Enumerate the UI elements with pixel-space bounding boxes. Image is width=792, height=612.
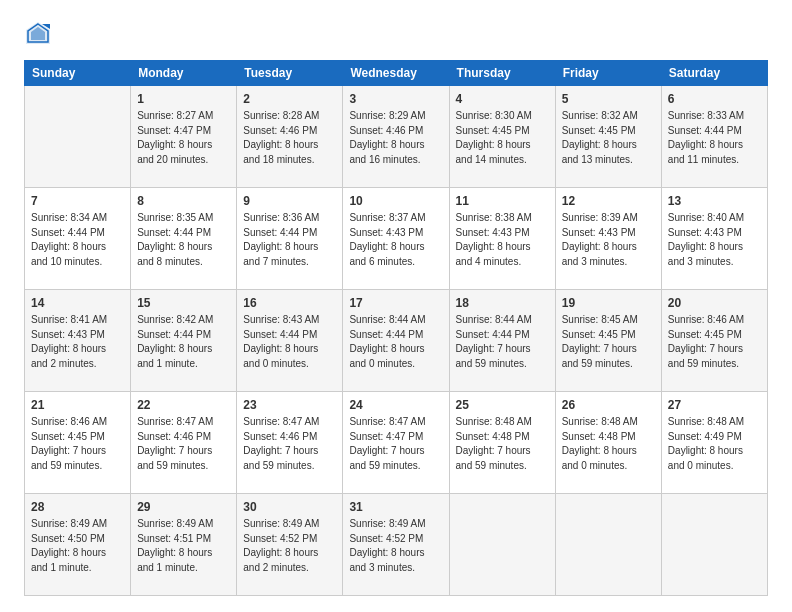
date-number: 31 (349, 498, 442, 516)
calendar-cell: 18Sunrise: 8:44 AM Sunset: 4:44 PM Dayli… (449, 290, 555, 392)
col-header-wednesday: Wednesday (343, 61, 449, 86)
calendar-cell (555, 494, 661, 596)
date-number: 5 (562, 90, 655, 108)
date-number: 25 (456, 396, 549, 414)
cell-daylight-info: Sunrise: 8:34 AM Sunset: 4:44 PM Dayligh… (31, 211, 124, 269)
calendar-cell: 13Sunrise: 8:40 AM Sunset: 4:43 PM Dayli… (661, 188, 767, 290)
cell-daylight-info: Sunrise: 8:49 AM Sunset: 4:52 PM Dayligh… (349, 517, 442, 575)
calendar-cell: 27Sunrise: 8:48 AM Sunset: 4:49 PM Dayli… (661, 392, 767, 494)
cell-daylight-info: Sunrise: 8:48 AM Sunset: 4:49 PM Dayligh… (668, 415, 761, 473)
date-number: 1 (137, 90, 230, 108)
calendar-cell: 26Sunrise: 8:48 AM Sunset: 4:48 PM Dayli… (555, 392, 661, 494)
col-header-friday: Friday (555, 61, 661, 86)
date-number: 20 (668, 294, 761, 312)
calendar-cell: 30Sunrise: 8:49 AM Sunset: 4:52 PM Dayli… (237, 494, 343, 596)
cell-daylight-info: Sunrise: 8:49 AM Sunset: 4:51 PM Dayligh… (137, 517, 230, 575)
week-row-4: 21Sunrise: 8:46 AM Sunset: 4:45 PM Dayli… (25, 392, 768, 494)
cell-daylight-info: Sunrise: 8:46 AM Sunset: 4:45 PM Dayligh… (31, 415, 124, 473)
calendar-cell: 23Sunrise: 8:47 AM Sunset: 4:46 PM Dayli… (237, 392, 343, 494)
logo-icon (24, 20, 52, 48)
cell-daylight-info: Sunrise: 8:45 AM Sunset: 4:45 PM Dayligh… (562, 313, 655, 371)
date-number: 12 (562, 192, 655, 210)
date-number: 18 (456, 294, 549, 312)
date-number: 2 (243, 90, 336, 108)
cell-daylight-info: Sunrise: 8:41 AM Sunset: 4:43 PM Dayligh… (31, 313, 124, 371)
page: SundayMondayTuesdayWednesdayThursdayFrid… (0, 0, 792, 612)
calendar-cell: 17Sunrise: 8:44 AM Sunset: 4:44 PM Dayli… (343, 290, 449, 392)
calendar-cell: 21Sunrise: 8:46 AM Sunset: 4:45 PM Dayli… (25, 392, 131, 494)
cell-daylight-info: Sunrise: 8:33 AM Sunset: 4:44 PM Dayligh… (668, 109, 761, 167)
cell-daylight-info: Sunrise: 8:44 AM Sunset: 4:44 PM Dayligh… (456, 313, 549, 371)
date-number: 29 (137, 498, 230, 516)
cell-daylight-info: Sunrise: 8:47 AM Sunset: 4:47 PM Dayligh… (349, 415, 442, 473)
col-header-saturday: Saturday (661, 61, 767, 86)
cell-daylight-info: Sunrise: 8:44 AM Sunset: 4:44 PM Dayligh… (349, 313, 442, 371)
date-number: 6 (668, 90, 761, 108)
calendar-cell: 16Sunrise: 8:43 AM Sunset: 4:44 PM Dayli… (237, 290, 343, 392)
week-row-2: 7Sunrise: 8:34 AM Sunset: 4:44 PM Daylig… (25, 188, 768, 290)
calendar-cell: 25Sunrise: 8:48 AM Sunset: 4:48 PM Dayli… (449, 392, 555, 494)
calendar-cell (449, 494, 555, 596)
week-row-3: 14Sunrise: 8:41 AM Sunset: 4:43 PM Dayli… (25, 290, 768, 392)
cell-daylight-info: Sunrise: 8:42 AM Sunset: 4:44 PM Dayligh… (137, 313, 230, 371)
calendar-cell: 3Sunrise: 8:29 AM Sunset: 4:46 PM Daylig… (343, 86, 449, 188)
cell-daylight-info: Sunrise: 8:49 AM Sunset: 4:50 PM Dayligh… (31, 517, 124, 575)
calendar-cell: 11Sunrise: 8:38 AM Sunset: 4:43 PM Dayli… (449, 188, 555, 290)
week-row-1: 1Sunrise: 8:27 AM Sunset: 4:47 PM Daylig… (25, 86, 768, 188)
cell-daylight-info: Sunrise: 8:38 AM Sunset: 4:43 PM Dayligh… (456, 211, 549, 269)
cell-daylight-info: Sunrise: 8:28 AM Sunset: 4:46 PM Dayligh… (243, 109, 336, 167)
date-number: 17 (349, 294, 442, 312)
cell-daylight-info: Sunrise: 8:46 AM Sunset: 4:45 PM Dayligh… (668, 313, 761, 371)
date-number: 9 (243, 192, 336, 210)
calendar-cell: 24Sunrise: 8:47 AM Sunset: 4:47 PM Dayli… (343, 392, 449, 494)
date-number: 8 (137, 192, 230, 210)
date-number: 10 (349, 192, 442, 210)
cell-daylight-info: Sunrise: 8:30 AM Sunset: 4:45 PM Dayligh… (456, 109, 549, 167)
header (24, 20, 768, 48)
cell-daylight-info: Sunrise: 8:36 AM Sunset: 4:44 PM Dayligh… (243, 211, 336, 269)
cell-daylight-info: Sunrise: 8:29 AM Sunset: 4:46 PM Dayligh… (349, 109, 442, 167)
calendar-cell (661, 494, 767, 596)
date-number: 27 (668, 396, 761, 414)
calendar-cell: 5Sunrise: 8:32 AM Sunset: 4:45 PM Daylig… (555, 86, 661, 188)
calendar-cell: 14Sunrise: 8:41 AM Sunset: 4:43 PM Dayli… (25, 290, 131, 392)
date-number: 23 (243, 396, 336, 414)
calendar-cell: 22Sunrise: 8:47 AM Sunset: 4:46 PM Dayli… (131, 392, 237, 494)
date-number: 15 (137, 294, 230, 312)
date-number: 11 (456, 192, 549, 210)
date-number: 26 (562, 396, 655, 414)
date-number: 21 (31, 396, 124, 414)
cell-daylight-info: Sunrise: 8:43 AM Sunset: 4:44 PM Dayligh… (243, 313, 336, 371)
calendar-cell: 1Sunrise: 8:27 AM Sunset: 4:47 PM Daylig… (131, 86, 237, 188)
cell-daylight-info: Sunrise: 8:39 AM Sunset: 4:43 PM Dayligh… (562, 211, 655, 269)
calendar-cell: 2Sunrise: 8:28 AM Sunset: 4:46 PM Daylig… (237, 86, 343, 188)
col-header-sunday: Sunday (25, 61, 131, 86)
week-row-5: 28Sunrise: 8:49 AM Sunset: 4:50 PM Dayli… (25, 494, 768, 596)
calendar-cell: 19Sunrise: 8:45 AM Sunset: 4:45 PM Dayli… (555, 290, 661, 392)
cell-daylight-info: Sunrise: 8:35 AM Sunset: 4:44 PM Dayligh… (137, 211, 230, 269)
date-number: 3 (349, 90, 442, 108)
date-number: 16 (243, 294, 336, 312)
calendar-cell: 31Sunrise: 8:49 AM Sunset: 4:52 PM Dayli… (343, 494, 449, 596)
date-number: 19 (562, 294, 655, 312)
date-number: 13 (668, 192, 761, 210)
col-header-thursday: Thursday (449, 61, 555, 86)
cell-daylight-info: Sunrise: 8:48 AM Sunset: 4:48 PM Dayligh… (456, 415, 549, 473)
date-number: 28 (31, 498, 124, 516)
cell-daylight-info: Sunrise: 8:49 AM Sunset: 4:52 PM Dayligh… (243, 517, 336, 575)
cell-daylight-info: Sunrise: 8:48 AM Sunset: 4:48 PM Dayligh… (562, 415, 655, 473)
date-number: 4 (456, 90, 549, 108)
calendar-cell: 9Sunrise: 8:36 AM Sunset: 4:44 PM Daylig… (237, 188, 343, 290)
calendar-cell: 28Sunrise: 8:49 AM Sunset: 4:50 PM Dayli… (25, 494, 131, 596)
calendar-cell: 8Sunrise: 8:35 AM Sunset: 4:44 PM Daylig… (131, 188, 237, 290)
date-number: 30 (243, 498, 336, 516)
calendar-cell: 20Sunrise: 8:46 AM Sunset: 4:45 PM Dayli… (661, 290, 767, 392)
calendar-cell: 4Sunrise: 8:30 AM Sunset: 4:45 PM Daylig… (449, 86, 555, 188)
cell-daylight-info: Sunrise: 8:37 AM Sunset: 4:43 PM Dayligh… (349, 211, 442, 269)
cell-daylight-info: Sunrise: 8:47 AM Sunset: 4:46 PM Dayligh… (243, 415, 336, 473)
calendar-cell: 10Sunrise: 8:37 AM Sunset: 4:43 PM Dayli… (343, 188, 449, 290)
calendar-table: SundayMondayTuesdayWednesdayThursdayFrid… (24, 60, 768, 596)
calendar-cell: 6Sunrise: 8:33 AM Sunset: 4:44 PM Daylig… (661, 86, 767, 188)
calendar-cell: 15Sunrise: 8:42 AM Sunset: 4:44 PM Dayli… (131, 290, 237, 392)
col-header-tuesday: Tuesday (237, 61, 343, 86)
